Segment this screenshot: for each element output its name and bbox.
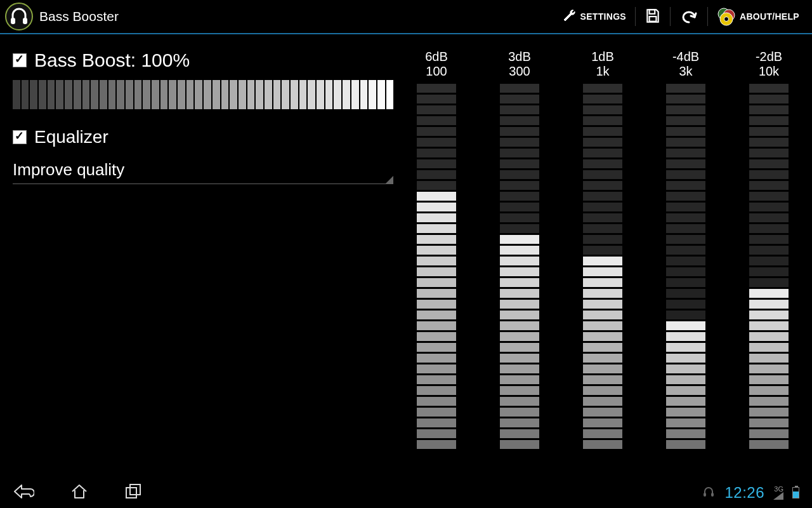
back-button[interactable] xyxy=(13,483,34,503)
svg-rect-9 xyxy=(126,488,136,498)
undo-button[interactable] xyxy=(673,4,705,30)
eq-segment xyxy=(417,235,456,244)
eq-freq-label: 10k xyxy=(759,64,779,79)
boost-segment xyxy=(204,80,211,109)
eq-segment xyxy=(666,375,705,384)
wrench-icon xyxy=(561,8,577,25)
boost-segment xyxy=(152,80,159,109)
eq-segment xyxy=(666,105,705,114)
eq-segment xyxy=(500,181,539,190)
eq-segment xyxy=(666,203,705,211)
boost-segment xyxy=(143,80,150,109)
eq-segment xyxy=(749,84,789,93)
eq-segment xyxy=(417,300,456,309)
eq-segment xyxy=(749,257,789,265)
eq-segment xyxy=(666,343,705,352)
save-button[interactable] xyxy=(638,4,667,30)
eq-segment xyxy=(417,257,456,265)
eq-segment xyxy=(500,105,539,114)
eq-segment xyxy=(749,127,789,136)
app-icon xyxy=(5,3,33,30)
recents-button[interactable] xyxy=(124,483,143,502)
eq-segment xyxy=(500,408,539,417)
eq-segment xyxy=(749,224,789,233)
eq-segment xyxy=(749,192,789,201)
svg-rect-2 xyxy=(23,18,27,24)
eq-segment xyxy=(500,332,539,341)
eq-segment xyxy=(583,149,622,157)
eq-slider[interactable] xyxy=(749,84,789,449)
eq-segment xyxy=(583,311,622,319)
eq-segment xyxy=(500,235,539,244)
eq-band: -4dB3k xyxy=(660,50,711,478)
eq-segment xyxy=(583,386,622,395)
battery-indicator xyxy=(792,487,799,498)
preset-dropdown[interactable]: Improve quality xyxy=(13,156,393,184)
eq-slider[interactable] xyxy=(417,84,456,449)
eq-segment xyxy=(417,332,456,341)
eq-segment xyxy=(583,321,622,330)
eq-segment xyxy=(666,354,705,363)
eq-segment xyxy=(417,364,456,373)
eq-segment xyxy=(500,397,539,406)
eq-segment xyxy=(666,224,705,233)
undo-icon xyxy=(679,8,698,26)
eq-segment xyxy=(583,159,622,168)
eq-segment xyxy=(500,386,539,395)
svg-rect-1 xyxy=(11,18,15,24)
action-bar: Bass Booster SETTINGS xyxy=(0,0,812,34)
boost-segment xyxy=(291,80,298,109)
eq-segment xyxy=(749,105,789,114)
eq-segment xyxy=(417,170,456,179)
settings-button[interactable]: SETTINGS xyxy=(555,4,632,29)
eq-freq-label: 3k xyxy=(679,64,692,79)
boost-segment xyxy=(265,80,272,109)
eq-segment xyxy=(500,95,539,104)
eq-segment xyxy=(500,300,539,309)
eq-segment xyxy=(749,418,789,427)
eq-segment xyxy=(749,429,789,438)
eq-segment xyxy=(749,278,789,287)
eq-segment xyxy=(500,364,539,373)
boost-segment xyxy=(325,80,333,109)
eq-segment xyxy=(749,354,789,363)
boost-segment xyxy=(377,80,385,109)
home-button[interactable] xyxy=(70,483,89,503)
eq-segment xyxy=(417,397,456,406)
eq-segment xyxy=(500,289,539,298)
boost-segment xyxy=(56,80,63,109)
boost-segment xyxy=(221,80,229,109)
eq-segment xyxy=(583,203,622,211)
eq-segment xyxy=(583,278,622,287)
eq-segment xyxy=(583,375,622,384)
eq-segment xyxy=(583,95,622,104)
eq-segment xyxy=(666,95,705,104)
eq-segment xyxy=(666,311,705,319)
eq-slider[interactable] xyxy=(583,84,622,449)
bass-boost-slider[interactable] xyxy=(13,80,393,109)
eq-segment xyxy=(417,84,456,93)
eq-segment xyxy=(666,84,705,93)
status-clock[interactable]: 12:26 xyxy=(724,484,764,502)
eq-segment xyxy=(417,116,456,125)
eq-slider[interactable] xyxy=(666,84,705,449)
eq-segment xyxy=(417,440,456,449)
eq-segment xyxy=(417,429,456,438)
equalizer-checkbox[interactable] xyxy=(13,130,27,144)
eq-segment xyxy=(666,257,705,265)
eq-segment xyxy=(583,105,622,114)
boost-segment xyxy=(126,80,133,109)
settings-label: SETTINGS xyxy=(580,11,626,22)
eq-db-label: -4dB xyxy=(672,50,699,64)
eq-segment xyxy=(500,440,539,449)
eq-segment xyxy=(749,332,789,341)
eq-segment xyxy=(583,257,622,265)
boost-segment xyxy=(74,80,81,109)
eq-segment xyxy=(749,440,789,449)
about-button[interactable]: ABOUT/HELP xyxy=(710,3,806,30)
eq-segment xyxy=(666,332,705,341)
eq-segment xyxy=(666,278,705,287)
eq-segment xyxy=(500,429,539,438)
eq-slider[interactable] xyxy=(500,84,539,449)
bass-boost-checkbox[interactable] xyxy=(13,53,27,67)
